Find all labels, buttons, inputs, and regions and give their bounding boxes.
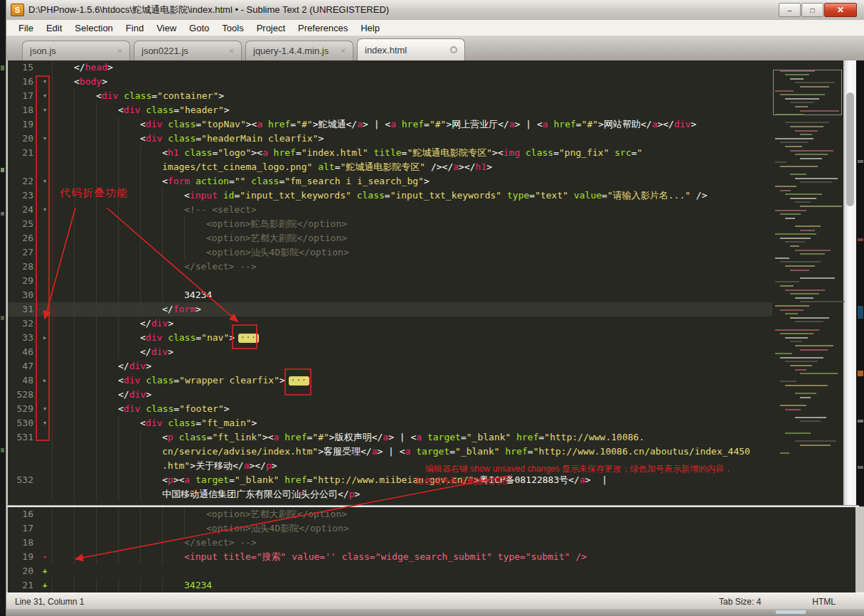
code-line[interactable]: 21+34234 xyxy=(8,578,855,593)
fold-arrow-icon[interactable]: ▾ xyxy=(38,75,52,89)
tab-close-icon[interactable]: × xyxy=(228,48,234,55)
code-line[interactable]: 48▸<div class="wrapper clearfix">··· xyxy=(8,373,772,388)
code-line[interactable]: 中国移动通信集团广东有限公司汕头分公司</p> xyxy=(8,487,772,501)
code-line[interactable]: 15</head> xyxy=(8,60,772,75)
code-line[interactable]: 17▾<div class="container"> xyxy=(8,89,772,103)
code-line[interactable]: 20+ xyxy=(8,564,855,578)
menu-item-goto[interactable]: Goto xyxy=(183,21,215,35)
menu-item-tools[interactable]: Tools xyxy=(215,21,250,35)
minimap-viewport[interactable] xyxy=(773,70,842,115)
code-line[interactable]: 47</div> xyxy=(8,359,772,373)
code-token: "text" xyxy=(535,188,568,203)
fold-ellipsis-icon[interactable]: ··· xyxy=(289,376,309,386)
tab-close-icon[interactable]: × xyxy=(117,48,122,55)
code-line[interactable]: 28</select> --> xyxy=(8,260,772,274)
code-line[interactable]: 3034234 xyxy=(8,288,772,302)
minimap-line xyxy=(775,114,804,115)
code-token: = xyxy=(449,445,455,459)
code-line[interactable]: 26<option>艺都大剧院</option> xyxy=(8,231,772,245)
unsaved-changes-panel[interactable]: 16<option>艺都大剧院</option>17<option>汕头4D影院… xyxy=(8,507,855,593)
tab-json.js[interactable]: json.js× xyxy=(22,41,130,60)
menu-item-help[interactable]: Help xyxy=(354,21,386,35)
code-line[interactable]: 532<p><a target="_blank" href="http://ww… xyxy=(8,473,772,487)
scrollbar-track[interactable] xyxy=(845,60,856,506)
code-token: < xyxy=(162,174,168,188)
code-line[interactable]: 530▾<div class="ft_main"> xyxy=(8,416,772,430)
code-line[interactable]: 33▸<div class="nav">··· xyxy=(8,331,772,345)
menu-item-selection[interactable]: Selection xyxy=(68,21,119,35)
code-line[interactable]: 21<h1 class="logo"><a href="index.html" … xyxy=(8,146,772,160)
code-line[interactable]: cn/service/advise/index.htm">客服受理</a> | … xyxy=(8,445,772,459)
minimize-button[interactable]: – xyxy=(779,3,801,17)
minimap-line xyxy=(785,290,825,291)
fold-arrow-icon[interactable]: ▾ xyxy=(38,416,52,430)
tab-size-indicator[interactable]: Tab Size: 4 xyxy=(719,597,761,607)
menu-item-preferences[interactable]: Preferences xyxy=(292,21,354,35)
minimap-line xyxy=(780,238,811,239)
code-token: >客服受理</ xyxy=(318,445,371,459)
fold-ellipsis-icon[interactable]: ··· xyxy=(238,334,259,343)
code-line[interactable]: .htm">关于移动</a></p> xyxy=(8,459,772,473)
code-line[interactable]: 31</form> xyxy=(8,302,772,317)
code-token: "" xyxy=(235,174,246,188)
code-line[interactable]: 29 xyxy=(8,274,772,288)
indent-guides xyxy=(52,117,140,132)
maximize-button[interactable]: □ xyxy=(801,3,823,17)
fold-arrow-icon[interactable]: ▾ xyxy=(38,203,52,217)
code-line[interactable]: 20▾<div class="headerMain clearfix"> xyxy=(8,132,772,146)
code-line[interactable]: 23<input id="input_txt_keywords" class="… xyxy=(8,188,772,203)
syntax-indicator[interactable]: HTML xyxy=(812,597,836,607)
menu-item-file[interactable]: File xyxy=(12,21,40,35)
fold-arrow-icon[interactable]: ▾ xyxy=(38,89,52,103)
fold-arrow-icon xyxy=(38,160,52,174)
code-token: > xyxy=(424,174,430,188)
editor[interactable]: 15</head>16▾<body>17▾<div class="contain… xyxy=(8,60,772,506)
tab-jquery-1.4.4.min.js[interactable]: jquery-1.4.4.min.js× xyxy=(245,41,353,60)
code-line[interactable]: 528</div> xyxy=(8,388,772,402)
code-line[interactable]: 19-<input title="搜索" value='' class="wid… xyxy=(8,550,855,564)
close-button[interactable]: ✕ xyxy=(824,3,857,17)
code-line[interactable]: 27<option>汕头4D影院</option> xyxy=(8,245,772,260)
scrollbar-thumb[interactable] xyxy=(846,92,854,206)
fold-arrow-icon[interactable]: ▸ xyxy=(38,331,52,345)
code-line[interactable]: 16▾<body> xyxy=(8,75,772,89)
menu-item-edit[interactable]: Edit xyxy=(40,21,68,35)
code-token: a xyxy=(184,473,190,487)
menu-item-view[interactable]: View xyxy=(150,21,183,35)
code-token: class xyxy=(526,146,553,160)
minimap[interactable] xyxy=(772,60,843,506)
code-token xyxy=(312,160,318,174)
fold-arrow-icon[interactable]: ▾ xyxy=(38,174,52,188)
code-token: id xyxy=(223,188,235,203)
code-line[interactable]: images/tct_cinema_logo.png" alt="鮀城通电影院专… xyxy=(8,160,772,174)
code-line[interactable]: 22▾<form action="" class="fm_search i i_… xyxy=(8,174,772,188)
code-line[interactable]: 24▾<!-- <select> xyxy=(8,203,772,217)
code-line[interactable]: 46</div> xyxy=(8,345,772,359)
code-token: href xyxy=(274,146,296,160)
minimap-line xyxy=(795,154,828,155)
menu-item-find[interactable]: Find xyxy=(119,21,150,35)
fold-arrow-icon[interactable]: ▾ xyxy=(38,103,52,117)
code-line[interactable]: 531<p class="ft_link"><a href="#">版权声明</… xyxy=(8,430,772,445)
code-line[interactable]: 19<div class="topNav"><a href="#">鮀城通</a… xyxy=(8,117,772,132)
code-line[interactable]: 18</select> --> xyxy=(8,536,855,550)
tab-index.html[interactable]: index.html xyxy=(357,38,465,60)
code-line[interactable]: 18▾<div class="header"> xyxy=(8,103,772,117)
tab-close-icon[interactable]: × xyxy=(340,48,346,55)
fold-arrow-icon[interactable]: ▾ xyxy=(38,132,52,146)
code-line[interactable]: 17<option>汕头4D影院</option> xyxy=(8,521,855,536)
code-token: = xyxy=(385,188,390,203)
fold-arrow-icon[interactable]: ▾ xyxy=(38,402,52,416)
code-line[interactable]: 529▾<div class="footer"> xyxy=(8,402,772,416)
minimap-line xyxy=(800,206,842,207)
menu-item-project[interactable]: Project xyxy=(250,21,292,35)
code-line[interactable]: 16<option>艺都大剧院</option> xyxy=(8,507,855,521)
indent-guides xyxy=(52,430,162,445)
tab-json0221.js[interactable]: json0221.js× xyxy=(134,41,242,60)
fold-arrow-icon[interactable]: ▸ xyxy=(38,373,52,388)
minimap-line xyxy=(780,70,815,72)
code-line[interactable]: 32</div> xyxy=(8,317,772,331)
code-token xyxy=(351,188,357,203)
title-bar[interactable]: S D:\PHPnow-1.5.6\htdocs\鮀城通电影院\index.ht… xyxy=(6,0,864,21)
code-line[interactable]: 25<option>鮀岛影剧院</option> xyxy=(8,217,772,231)
